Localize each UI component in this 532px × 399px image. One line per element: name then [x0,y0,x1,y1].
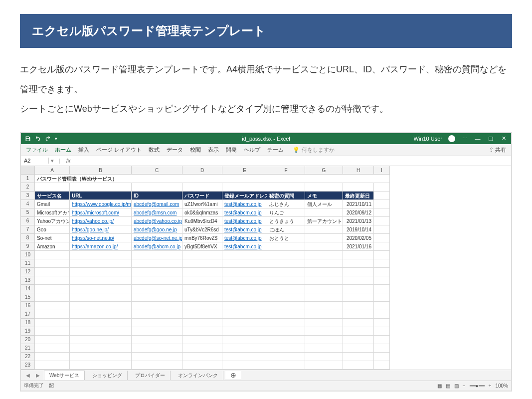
table-row-empty: 20 [21,336,511,344]
table-row-empty: 16 [21,302,511,310]
cell-mail: test@abcm.co.jp [222,242,267,251]
table-row: 7Goohttps://goo.ne.jp/abcdefg@goo.ne.jpu… [21,225,511,234]
maximize-icon: ▢ [487,135,494,142]
table-row-empty: 18 [21,319,511,327]
row-head: 16 [21,302,35,310]
customize-qa-icon: ▾ [55,136,57,141]
row-head: 23 [21,361,35,370]
cell-password: ok0&&qInmzas [182,208,222,217]
table-row-empty: 23 [21,361,511,370]
row-head: 11 [21,259,35,268]
close-icon: ✕ [500,135,507,142]
row-head: 4 [21,200,35,208]
th-question: 秘密の質問 [267,192,305,200]
cell-id: abcdefg@so-net.ne.jp [132,234,182,242]
ribbon-tab-review: 校閲 [190,146,201,154]
ribbon-tab-data: データ [167,146,183,154]
minimize-icon: — [474,136,481,142]
cell-date: 2021/10/11 [343,200,374,208]
cell-mail: test@abcm.co.jp [222,217,267,225]
cell-url: https://yahoo.co.jp/ [70,217,132,225]
cell-service: Amazon [35,242,70,251]
table-row-empty: 14 [21,285,511,293]
row-head: 9 [21,242,35,251]
cell-id: abcdefg@yahoo.co.jp [132,217,182,225]
ribbon-tab-insert: 挿入 [78,146,89,154]
excel-status-bar: 準備完了 韶 ▦ ▤ ▧ − ━━●━━ + 100% [21,381,511,391]
tell-me: 💡 何をしますか [293,146,335,154]
cell-password: Ku9Mbv$irzD4 [182,217,222,225]
fx-label: fx [63,158,74,164]
row-head: 1 [21,175,35,183]
excel-formula-bar: A2 ▾ | fx [21,156,511,166]
cell-memo: 個人メール [305,200,343,208]
add-sheet-icon: ⊕ [225,371,241,379]
zoom-in-icon: + [489,383,492,389]
cell-mail: test@abcm.co.jp [222,234,267,242]
col-head: E [222,166,267,175]
row-head: 21 [21,344,35,353]
row-head: 7 [21,225,35,234]
sheet-nav-prev-icon: ◀ [24,373,32,378]
save-icon [25,136,31,142]
row-head: 20 [21,336,35,344]
row-head: 6 [21,217,35,225]
ribbon-tab-help: ヘルプ [244,146,260,154]
col-head: C [132,166,182,175]
excel-user: Win10 User [414,136,442,142]
cell-mail: test@abcm.co.jp [222,208,267,217]
row-head: 18 [21,319,35,327]
ribbon-tab-file: ファイル [26,146,48,154]
cell-id: abcdefg@abcm.co.jp [132,242,182,251]
table-row-empty: 13 [21,276,511,285]
table-row-empty: 12 [21,268,511,276]
ribbon-tab-view: 表示 [208,146,219,154]
cell-question: おとうと [267,234,305,242]
cell-url: https://amazon.co.jp/ [70,242,132,251]
zoom-out-icon: − [463,383,466,389]
cell-question: とうきょう [267,217,305,225]
cell-password: yBgt5Df8e#VX [182,242,222,251]
cell-question: りんご [267,208,305,217]
col-head: H [343,166,374,175]
description: エクセル版のパスワード管理表テンプレートです。A4横用紙でサービスごとにURL、… [20,60,512,119]
sheet-tab: オンラインバンク [173,371,223,380]
view-normal-icon: ▦ [437,383,442,389]
zoom-level: 100% [495,383,508,389]
ribbon-opts-icon: ⋯ [461,135,468,142]
row-head: 5 [21,208,35,217]
row-head: 8 [21,234,35,242]
row-head: 22 [21,353,35,361]
cell-memo: 第一アカウント [305,217,343,225]
table-row-empty: 15 [21,293,511,302]
row-head: 15 [21,293,35,302]
table-row: 5Microsoftアカウントhttps://microsoft.com/abc… [21,208,511,217]
cell-service: So-net [35,234,70,242]
description-p1: エクセル版のパスワード管理表テンプレートです。A4横用紙でサービスごとにURL、… [20,60,512,99]
table-row-empty: 21 [21,344,511,353]
sheet-title: パスワード管理表（Webサービス） [35,175,390,183]
cell-password: uTy&bVc2R6sd [182,225,222,234]
row-head: 17 [21,310,35,319]
excel-sheet-tabs: ◀ ▶ Webサービス ショッピング プロバイダー オンラインバンク ⊕ [21,370,511,381]
row-head: 14 [21,285,35,293]
status-ext: 韶 [49,382,54,389]
cell-question: にほん [267,225,305,234]
row-head: 10 [21,251,35,259]
cell-service: Gmail [35,200,70,208]
cell-question [267,242,305,251]
cell-url: https://so-net.ne.jp/ [70,234,132,242]
table-row-empty: 19 [21,327,511,336]
th-password: パスワード [182,192,222,200]
th-memo: メモ [305,192,343,200]
namebox-chevron-icon: ▾ [49,158,56,164]
table-row: 6Yahooアカウントhttps://yahoo.co.jp/abcdefg@y… [21,217,511,225]
page-title-bar: エクセル版パスワード管理表テンプレート [20,14,512,48]
ribbon-tab-home: ホーム [55,146,71,154]
share-button: ⇪ 共有 [489,146,506,154]
cell-memo [305,208,343,217]
excel-grid: A B C D E F G H I 1 パスワード管理表（Webサービス） 2 … [21,166,511,370]
undo-icon [35,136,41,142]
name-box: A2 [21,158,49,164]
ribbon-tab-formulas: 数式 [149,146,160,154]
